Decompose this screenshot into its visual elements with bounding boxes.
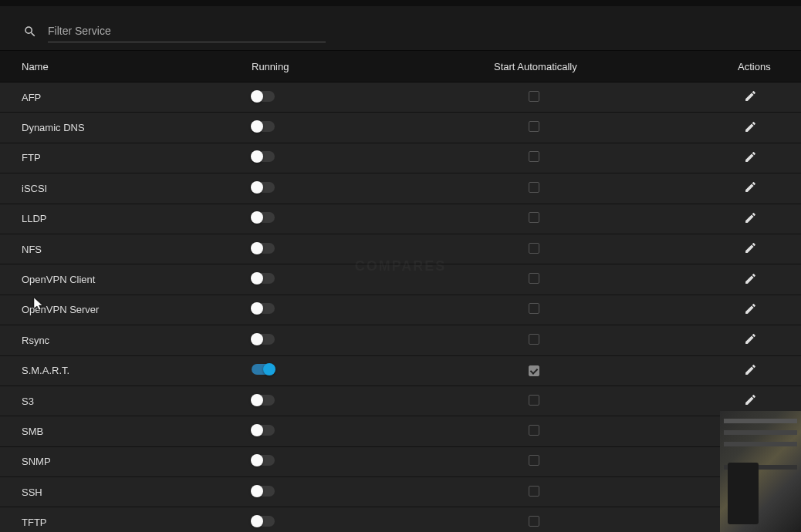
start-automatically-checkbox[interactable]: [529, 182, 539, 193]
start-automatically-checkbox[interactable]: [529, 334, 539, 345]
edit-icon[interactable]: [744, 332, 757, 345]
table-row: LLDP: [0, 204, 801, 234]
column-header-name: Name: [0, 61, 252, 72]
service-name: OpenVPN Client: [0, 274, 252, 285]
video-thumbnail-overlay: [720, 411, 801, 532]
service-name: Rsync: [0, 335, 252, 346]
edit-icon[interactable]: [744, 211, 757, 224]
running-toggle[interactable]: [252, 212, 275, 223]
services-table-body: AFPDynamic DNSFTPiSCSILLDPNFSOpenVPN Cli…: [0, 82, 801, 532]
edit-icon[interactable]: [744, 393, 757, 406]
service-name: S3: [0, 396, 252, 407]
table-row: AFP: [0, 82, 801, 113]
service-name: SNMP: [0, 456, 252, 467]
table-row: OpenVPN Client: [0, 264, 801, 295]
start-automatically-checkbox[interactable]: [529, 273, 539, 284]
edit-icon[interactable]: [744, 363, 757, 376]
service-name: SMB: [0, 426, 252, 437]
table-row: SNMP: [0, 447, 801, 477]
service-name: iSCSI: [0, 183, 252, 194]
search-bar: [0, 6, 801, 50]
start-automatically-checkbox[interactable]: [529, 486, 539, 497]
start-automatically-checkbox[interactable]: [529, 91, 539, 102]
running-toggle[interactable]: [252, 273, 275, 284]
table-header: Name Running Start Automatically Actions: [0, 50, 801, 82]
start-automatically-checkbox[interactable]: [529, 243, 539, 254]
running-toggle[interactable]: [252, 455, 275, 466]
edit-icon[interactable]: [744, 120, 757, 133]
running-toggle[interactable]: [252, 303, 275, 314]
start-automatically-checkbox[interactable]: [529, 303, 539, 314]
column-header-start-automatically: Start Automatically: [494, 61, 738, 72]
service-name: FTP: [0, 152, 252, 163]
table-row: TFTP: [0, 507, 801, 532]
running-toggle[interactable]: [252, 91, 275, 102]
table-row: OpenVPN Server: [0, 295, 801, 325]
service-name: SSH: [0, 487, 252, 498]
table-row: Rsync: [0, 325, 801, 355]
start-automatically-checkbox[interactable]: [529, 455, 539, 466]
running-toggle[interactable]: [252, 121, 275, 132]
edit-icon[interactable]: [744, 150, 757, 163]
running-toggle[interactable]: [252, 516, 275, 527]
table-row: SSH: [0, 477, 801, 507]
search-icon: [23, 25, 37, 39]
service-name: Dynamic DNS: [0, 122, 252, 133]
running-toggle[interactable]: [252, 364, 275, 375]
start-automatically-checkbox[interactable]: [529, 516, 539, 527]
column-header-running: Running: [252, 61, 494, 72]
table-row: NFS: [0, 234, 801, 264]
table-row: iSCSI: [0, 173, 801, 204]
table-row: S3: [0, 386, 801, 416]
start-automatically-checkbox[interactable]: [529, 212, 539, 223]
service-name: NFS: [0, 244, 252, 255]
running-toggle[interactable]: [252, 243, 275, 254]
table-row: S.M.A.R.T.: [0, 356, 801, 386]
table-row: FTP: [0, 143, 801, 173]
start-automatically-checkbox[interactable]: [529, 151, 539, 162]
service-name: LLDP: [0, 213, 252, 224]
column-header-actions: Actions: [738, 61, 801, 72]
running-toggle[interactable]: [252, 182, 275, 193]
edit-icon[interactable]: [744, 89, 757, 103]
filter-service-input[interactable]: [48, 20, 326, 42]
running-toggle[interactable]: [252, 486, 275, 497]
table-row: Dynamic DNS: [0, 113, 801, 143]
start-automatically-checkbox[interactable]: [529, 395, 539, 406]
edit-icon[interactable]: [744, 180, 757, 194]
start-automatically-checkbox[interactable]: [529, 121, 539, 132]
running-toggle[interactable]: [252, 334, 275, 345]
running-toggle[interactable]: [252, 151, 275, 162]
edit-icon[interactable]: [744, 272, 757, 285]
start-automatically-checkbox[interactable]: [529, 365, 539, 376]
service-name: TFTP: [0, 517, 252, 528]
service-name: S.M.A.R.T.: [0, 365, 252, 376]
edit-icon[interactable]: [744, 302, 757, 315]
service-name: AFP: [0, 92, 252, 103]
running-toggle[interactable]: [252, 395, 275, 406]
edit-icon[interactable]: [744, 241, 757, 254]
running-toggle[interactable]: [252, 425, 275, 436]
table-row: SMB: [0, 416, 801, 446]
start-automatically-checkbox[interactable]: [529, 425, 539, 436]
